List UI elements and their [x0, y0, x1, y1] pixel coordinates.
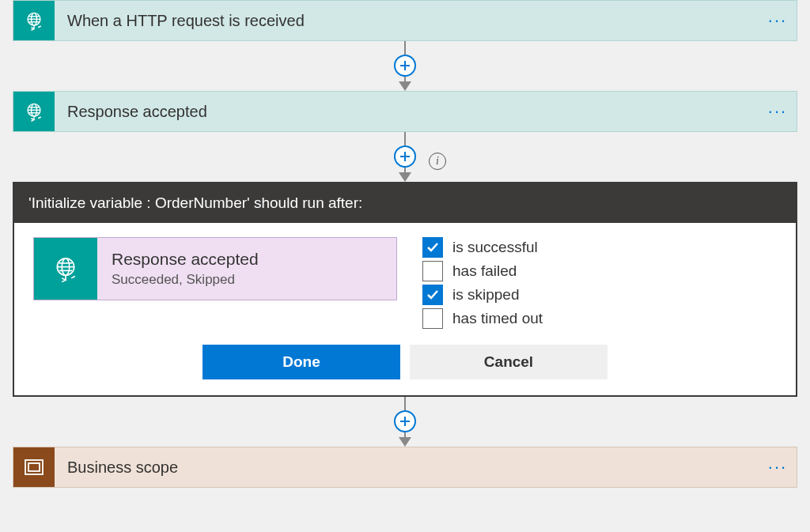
action-title: Business scope	[55, 447, 797, 487]
checkbox-label: is successful	[452, 239, 538, 256]
add-step-button[interactable]	[394, 410, 416, 432]
action-title: When a HTTP request is received	[55, 1, 797, 40]
run-after-options: is successful has failed is skipped	[422, 237, 543, 329]
scope-icon	[13, 447, 55, 487]
predecessor-status: Succeeded, Skipped	[112, 272, 382, 288]
plus-icon	[399, 416, 411, 427]
http-globe-icon	[13, 92, 55, 131]
add-step-button[interactable]	[394, 55, 416, 77]
action-card-trigger[interactable]: When a HTTP request is received ···	[13, 0, 797, 41]
connector	[0, 397, 810, 447]
action-menu-button[interactable]: ···	[759, 1, 797, 40]
checkbox-has-failed[interactable]	[422, 261, 443, 281]
arrow-down-icon	[399, 172, 411, 182]
check-icon	[426, 240, 440, 255]
run-after-header: 'Initialize variable : OrderNumber' shou…	[14, 183, 796, 223]
plus-icon	[399, 151, 411, 162]
predecessor-card[interactable]: Response accepted Succeeded, Skipped	[33, 237, 397, 300]
predecessor-name: Response accepted	[112, 250, 382, 269]
action-title: Response accepted	[55, 92, 797, 131]
action-menu-button[interactable]: ···	[759, 92, 797, 131]
done-button[interactable]: Done	[202, 345, 400, 379]
svg-rect-22	[28, 463, 40, 471]
action-menu-button[interactable]: ···	[759, 447, 797, 487]
ellipsis-icon: ···	[768, 10, 787, 31]
run-after-panel: 'Initialize variable : OrderNumber' shou…	[13, 182, 797, 397]
checkbox-is-skipped[interactable]	[422, 285, 443, 305]
checkbox-label: is skipped	[452, 286, 520, 304]
ellipsis-icon: ···	[768, 101, 787, 122]
ellipsis-icon: ···	[768, 457, 787, 477]
plus-icon	[399, 60, 411, 71]
action-card-response[interactable]: Response accepted ···	[13, 91, 797, 132]
http-globe-icon	[13, 1, 55, 40]
connector: i	[0, 132, 810, 182]
checkbox-label: has failed	[452, 262, 517, 280]
checkbox-has-timed-out[interactable]	[422, 308, 443, 329]
cancel-button[interactable]: Cancel	[410, 345, 608, 379]
arrow-down-icon	[399, 81, 411, 91]
connector	[0, 41, 810, 91]
action-card-scope[interactable]: Business scope ···	[13, 447, 797, 488]
checkbox-label: has timed out	[452, 310, 543, 327]
http-globe-icon	[34, 238, 97, 300]
info-icon[interactable]: i	[429, 153, 446, 170]
arrow-down-icon	[399, 437, 411, 447]
check-icon	[426, 288, 440, 302]
checkbox-is-successful[interactable]	[422, 237, 443, 258]
add-step-button[interactable]	[394, 145, 416, 168]
